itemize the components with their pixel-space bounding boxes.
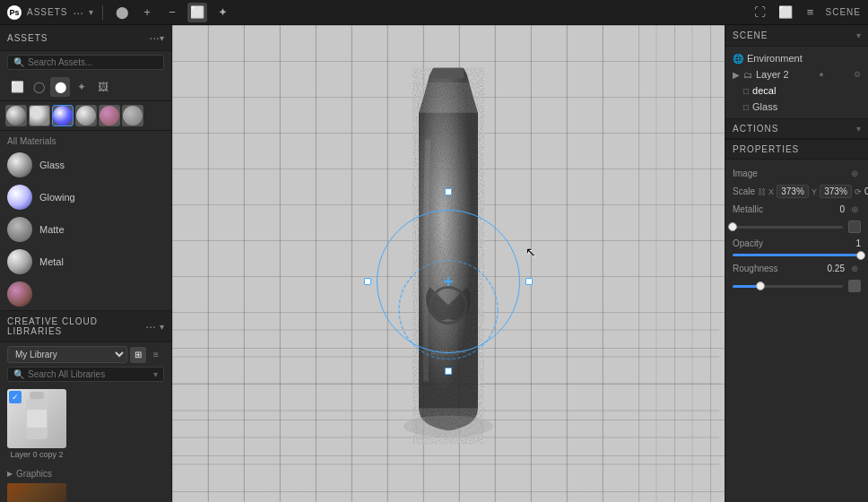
scale-label: Scale — [733, 186, 755, 196]
roughness-value: 0.25 — [828, 264, 845, 273]
mat-thumb-6[interactable] — [122, 105, 143, 126]
toolbar-3d-icon[interactable]: ⬜ — [187, 3, 207, 22]
library-dropdown-row: My Library ⊞ ≡ — [7, 346, 164, 363]
cc-arrow[interactable]: ▾ — [160, 322, 164, 332]
selection-handle-right[interactable] — [525, 278, 533, 285]
opacity-slider-track[interactable] — [733, 254, 861, 256]
selection-center-crosshair — [444, 277, 453, 286]
list-view-btn[interactable]: ≡ — [148, 347, 164, 363]
roughness-options-btn[interactable]: ⊕ — [848, 262, 861, 274]
glass-label: Glass — [39, 160, 65, 170]
material-item-metal[interactable]: Metal — [0, 246, 171, 278]
box-icon[interactable]: ⬜ — [776, 3, 795, 22]
mat-thumb-4[interactable] — [75, 105, 97, 126]
selection-handle-top[interactable] — [445, 188, 452, 195]
actions-chevron-icon: ▾ — [856, 124, 861, 134]
filter-circle-icon[interactable]: ⬤ — [50, 77, 70, 97]
metal-label: Metal — [39, 256, 64, 267]
metallic-slider-thumb[interactable] — [728, 222, 737, 231]
svg-rect-23 — [433, 68, 464, 79]
toolbar-circle-icon[interactable]: ⬤ — [112, 3, 132, 22]
properties-header[interactable]: PROPERTIES — [725, 139, 868, 160]
assets-collapse-arrow[interactable]: ▾ — [160, 33, 164, 43]
scene-collapse-btn[interactable]: ▾ — [856, 30, 861, 40]
svg-rect-0 — [30, 392, 44, 399]
scene-tab-label: SCENE — [826, 7, 861, 17]
metal-thumb — [7, 249, 32, 274]
layer2-visibility-icon[interactable]: ● — [819, 70, 823, 79]
environment-icon: 🌐 — [733, 54, 743, 64]
filter-sun-icon[interactable]: ✦ — [72, 77, 91, 97]
roughness-label: Roughness — [733, 264, 824, 273]
filter-all-icon[interactable]: ⬜ — [7, 77, 27, 97]
metallic-options-btn[interactable]: ⊕ — [848, 203, 861, 215]
svg-point-28 — [404, 416, 493, 437]
glass-scene-icon: □ — [743, 102, 749, 112]
matte-thumb — [7, 217, 32, 242]
scene-environment-item[interactable]: 🌐 Environment — [725, 50, 868, 66]
assets-title: ASSETS — [7, 33, 149, 43]
scale-x-value[interactable]: 373% — [777, 185, 809, 198]
roughness-slider-thumb[interactable] — [756, 281, 765, 290]
scale-y-value[interactable]: 373% — [820, 185, 852, 198]
mat-thumb-1[interactable] — [5, 105, 27, 126]
decal-label: decal — [752, 85, 776, 96]
scene-layer2-item[interactable]: ▶ 🗂 Layer 2 ● ⚙ — [725, 66, 868, 82]
toolbar-star-icon[interactable]: ✦ — [213, 3, 232, 22]
roughness-swatch[interactable] — [848, 280, 861, 292]
mat-thumb-3[interactable] — [52, 105, 74, 126]
metallic-slider-track[interactable] — [733, 226, 843, 229]
filter-sphere-icon[interactable]: ◯ — [29, 77, 48, 97]
decal-icon: □ — [743, 86, 749, 96]
lib-thumb-1[interactable] — [7, 389, 66, 448]
library-thumbnails: Layer 0 copy 2 — [0, 385, 171, 464]
cc-libraries-header: CREATIVE CLOUD LIBRARIES ··· ▾ — [0, 310, 171, 342]
filter-image-icon[interactable]: 🖼 — [93, 77, 113, 97]
toolbar-subtract-icon[interactable]: − — [162, 3, 182, 22]
selection-handle-left[interactable] — [364, 278, 371, 285]
roughness-slider-track[interactable] — [733, 285, 843, 288]
scale-chain-value: 0 — [864, 186, 868, 196]
grid-view-btn[interactable]: ⊞ — [130, 347, 146, 363]
scale-chain-icon: ⟳ — [855, 187, 862, 196]
mat-thumb-2[interactable] — [29, 105, 50, 126]
scene-decal-item[interactable]: □ decal — [725, 82, 868, 99]
material-item-glass[interactable]: Glass — [0, 149, 171, 181]
fullscreen-icon[interactable]: ⛶ — [751, 3, 770, 22]
lib-img-1 — [7, 389, 66, 448]
cc-search-arrow[interactable]: ▾ — [153, 369, 158, 379]
left-panel: ASSETS ··· ▾ 🔍 ⬜ ◯ ⬤ ✦ 🖼 All Materials — [0, 25, 172, 502]
assets-search-input[interactable] — [28, 57, 158, 67]
opacity-slider-row — [725, 251, 868, 259]
assets-menu-dots[interactable]: ··· — [73, 5, 83, 20]
scale-y-axis: Y — [812, 187, 817, 196]
graphics-thumbs — [7, 481, 164, 502]
assets-dropdown-arrow[interactable]: ▾ — [89, 7, 93, 17]
cc-search-box: 🔍 ▾ — [7, 367, 164, 382]
library-select[interactable]: My Library — [7, 346, 127, 363]
metallic-swatch[interactable] — [848, 221, 861, 233]
search-icon: 🔍 — [13, 57, 24, 67]
layer2-settings-icon[interactable]: ⚙ — [854, 70, 861, 79]
cc-libraries-title: CREATIVE CLOUD LIBRARIES — [7, 316, 145, 336]
cc-dots[interactable]: ··· — [145, 319, 156, 333]
matte-label: Matte — [39, 224, 65, 235]
material-item-unknown[interactable] — [0, 278, 171, 310]
material-item-matte[interactable]: Matte — [0, 213, 171, 246]
glowing-label: Glowing — [39, 192, 75, 203]
cc-search-input[interactable] — [28, 369, 150, 379]
image-action-btn[interactable]: ⊕ — [848, 167, 861, 179]
selection-handle-bottom[interactable] — [445, 368, 452, 375]
actions-header[interactable]: ACTIONS ▾ — [725, 118, 868, 139]
image-label: Image — [733, 169, 845, 178]
mat-thumb-5[interactable] — [99, 105, 120, 126]
actions-title: ACTIONS — [733, 124, 856, 134]
toolbar-add-icon[interactable]: + — [137, 3, 157, 22]
scene-glass-item[interactable]: □ Glass — [725, 99, 868, 115]
graphics-label[interactable]: ▶ Graphics — [7, 466, 164, 481]
opacity-slider-thumb[interactable] — [856, 251, 865, 260]
layers-icon[interactable]: ≡ — [801, 3, 820, 22]
material-item-glowing[interactable]: Glowing — [0, 181, 171, 213]
graphics-thumb-1[interactable] — [7, 483, 66, 502]
assets-options-dots[interactable]: ··· — [149, 30, 160, 45]
